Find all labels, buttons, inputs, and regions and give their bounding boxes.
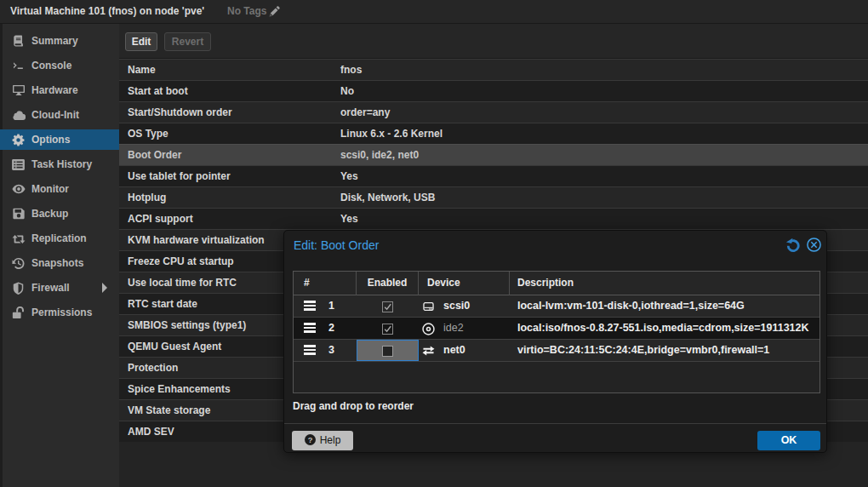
svg-text:?: ?: [307, 436, 312, 444]
